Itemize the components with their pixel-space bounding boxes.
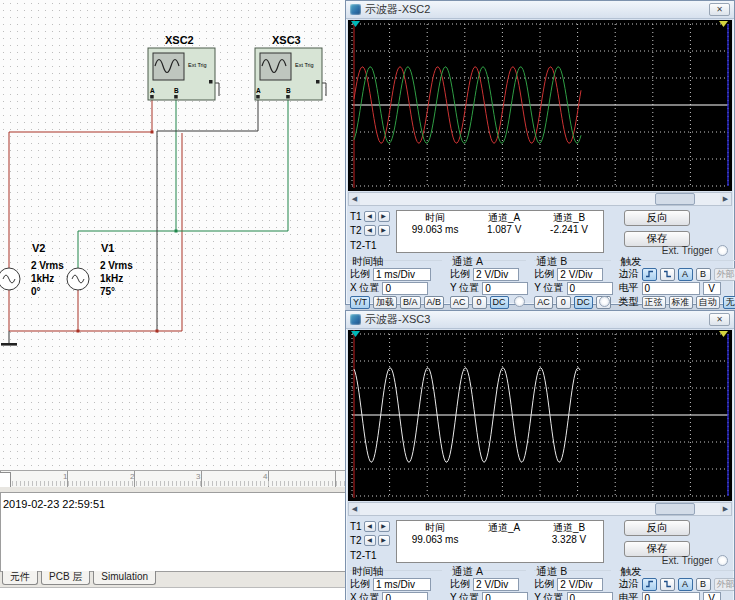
tab-components[interactable]: 元件 [2,571,38,585]
channel-b-zero-button[interactable]: 0 [556,296,571,309]
t2-left-arrow-icon[interactable]: ◀ [364,535,376,546]
oscilloscope-app-icon [350,314,361,325]
trigger-type-none-button[interactable]: 无 [723,296,735,309]
trigger-source-ext-button[interactable]: 外部 [714,268,735,281]
x-position-field[interactable]: 0 [382,592,428,600]
y-position-label: Y 位置 [450,591,479,600]
yt-mode-button[interactable]: Y/T [350,296,370,309]
channel-b-dc-button[interactable]: DC [574,296,593,309]
rising-edge-icon[interactable] [642,578,657,591]
svg-text:2 Vrms: 2 Vrms [100,260,133,271]
channel-b-y-position-field[interactable]: 0 [567,282,613,295]
svg-text:A: A [256,87,261,94]
close-button[interactable]: ✕ [709,3,730,16]
titlebar[interactable]: 示波器-XSC3 ✕ [346,311,734,329]
svg-text:V1: V1 [101,242,114,254]
reverse-button[interactable]: 反向 [624,520,690,536]
t1-left-arrow-icon[interactable]: ◀ [364,521,376,532]
timebase-scale-field[interactable]: 1 ms/Div [373,578,431,591]
scale-label: 比例 [350,577,370,591]
oscilloscope-window-xsc3[interactable]: 示波器-XSC3 ✕ ◀ ▶ T1 ◀ ▶ T2 ◀ ▶ T2-T1 时间 通道… [345,310,735,600]
scope-h-scrollbar[interactable]: ◀ ▶ [348,502,732,516]
scroll-right-arrow-icon[interactable]: ▶ [720,193,731,205]
oscilloscope-window-xsc2[interactable]: 示波器-XSC2 ✕ ◀ ▶ T1 ◀ ▶ T2 ◀ ▶ T2-T1 时间 通道… [345,0,735,305]
scrollbar-thumb[interactable] [655,503,695,515]
channel-a-dc-button[interactable]: DC [490,296,509,309]
channel-a-ac-button[interactable]: AC [450,296,469,309]
svg-text:2 Vrms: 2 Vrms [31,260,64,271]
trigger-type-single-button[interactable]: 正弦 [642,296,666,309]
trigger-level-field[interactable]: 0 [642,592,700,600]
svg-text:Ext Trig: Ext Trig [188,62,207,68]
scroll-left-arrow-icon[interactable]: ◀ [349,503,360,515]
channel-a-y-position-field[interactable]: 0 [482,282,528,295]
x-position-label: X 位置 [350,281,379,295]
channel-b-y-position-field[interactable]: 0 [567,592,613,600]
channel-b-group: 通道 B 比例 2 V/Div Y 位置 0 AC 0 DC - [534,565,612,600]
scrollbar-thumb[interactable] [655,193,695,205]
time-value: 99.063 ms [397,534,473,546]
trigger-level-field[interactable]: 0 [642,282,700,295]
channel-b-ac-button[interactable]: AC [534,296,553,309]
results-panel[interactable]: 2019-02-23 22:59:51 [0,492,346,572]
trigger-source-b-button[interactable]: B [696,268,711,281]
scope-h-scrollbar[interactable]: ◀ ▶ [348,192,732,206]
trigger-group: 触发 边沿 A B 外部 电平 0 V 类型 正弦 标 [619,255,735,309]
scope-screen [348,330,732,501]
close-button[interactable]: ✕ [709,313,730,326]
ruler-number: 3 [196,472,200,481]
svg-text:Ext Trig: Ext Trig [295,62,314,68]
channel-b-scale-field[interactable]: 2 V/Div [557,578,603,591]
add-mode-button[interactable]: 加载 [373,296,397,309]
scale-label: 比例 [450,267,470,281]
channel-a-scale-field[interactable]: 2 V/Div [473,578,519,591]
schematic-canvas[interactable]: V22 Vrms1kHz0°V12 Vrms1kHz75°Ext TrigABX… [0,0,345,470]
timebase-group-label: 时间轴 [352,255,384,269]
falling-edge-icon[interactable] [660,268,675,281]
reverse-button[interactable]: 反向 [624,210,690,226]
channel-a-y-position-field[interactable]: 0 [482,592,528,600]
trigger-source-a-button[interactable]: A [678,578,693,591]
t1-right-arrow-icon[interactable]: ▶ [378,211,390,222]
scroll-left-arrow-icon[interactable]: ◀ [349,193,360,205]
channel-a-group: 通道 A 比例 2 V/Div Y 位置 0 AC 0 DC [450,255,528,309]
trigger-level-unit-select[interactable]: V [703,592,721,600]
t2-left-arrow-icon[interactable]: ◀ [364,225,376,236]
ba-mode-button[interactable]: B/A [400,296,421,309]
timebase-scale-field[interactable]: 1 ms/Div [373,268,431,281]
trigger-source-b-button[interactable]: B [696,578,711,591]
falling-edge-icon[interactable] [660,578,675,591]
trigger-type-auto-button[interactable]: 自动 [696,296,720,309]
titlebar[interactable]: 示波器-XSC2 ✕ [346,1,734,19]
trigger-source-ext-button[interactable]: 外部 [714,578,735,591]
scrollbar-track[interactable] [360,193,720,205]
window-title: 示波器-XSC3 [365,312,430,327]
ruler-number: 4 [263,472,267,481]
channel-b-radio[interactable] [599,296,610,307]
rising-edge-icon[interactable] [642,268,657,281]
channel-a-zero-button[interactable]: 0 [472,296,487,309]
ab-mode-button[interactable]: A/B [424,296,445,309]
status-strip [0,587,345,600]
x-position-field[interactable]: 0 [382,282,428,295]
waveform-display [348,20,732,191]
t2-right-arrow-icon[interactable]: ▶ [378,225,390,236]
channel-a-scale-field[interactable]: 2 V/Div [473,268,519,281]
tab-simulation[interactable]: Simulation [93,571,156,585]
ruler-number: 2 [130,472,134,481]
edge-label: 边沿 [619,577,639,591]
channel-b-scale-field[interactable]: 2 V/Div [557,268,603,281]
tab-pcb-layers[interactable]: PCB 层 [41,571,90,585]
scroll-right-arrow-icon[interactable]: ▶ [720,503,731,515]
channel-a-group-label: 通道 A [452,565,483,579]
channel-b-group-label: 通道 B [536,565,567,579]
t1-left-arrow-icon[interactable]: ◀ [364,211,376,222]
trigger-source-a-button[interactable]: A [678,268,693,281]
trigger-level-unit-select[interactable]: V [703,282,721,295]
scrollbar-track[interactable] [360,503,720,515]
svg-text:75°: 75° [100,286,115,297]
trigger-type-normal-button[interactable]: 标准 [669,296,693,309]
t2-right-arrow-icon[interactable]: ▶ [378,535,390,546]
t1-right-arrow-icon[interactable]: ▶ [378,521,390,532]
oscilloscope-app-icon [350,4,361,15]
